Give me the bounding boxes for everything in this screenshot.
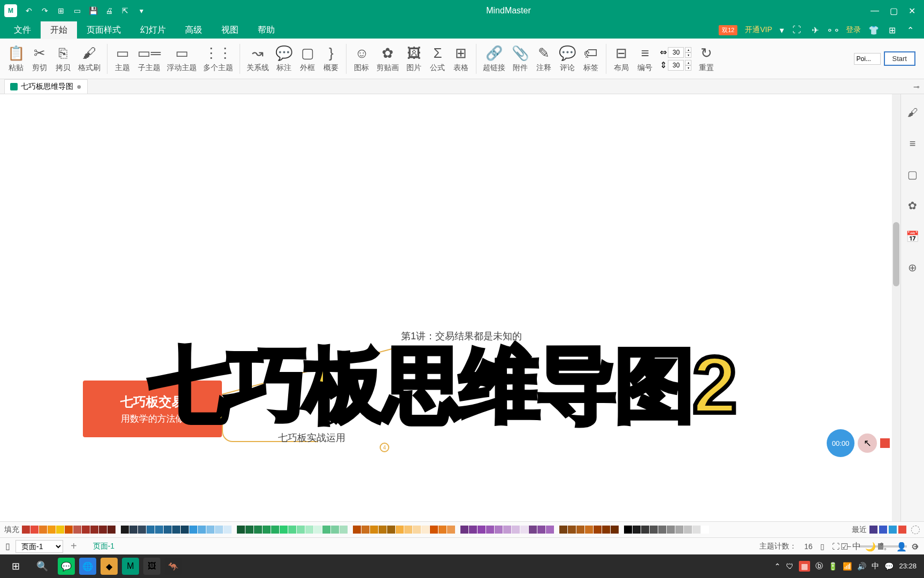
color-swatch[interactable] <box>641 526 649 534</box>
color-swatch[interactable] <box>73 526 81 534</box>
v-spacing-up[interactable]: ▴ <box>685 60 691 65</box>
open-button[interactable]: ▭ <box>72 5 82 16</box>
document-tab[interactable]: 七巧板思维导图 ● <box>4 79 88 94</box>
fit-width-button[interactable]: ⛶ <box>832 542 840 551</box>
topic-button[interactable]: ▭主题 <box>111 43 134 75</box>
hyperlink-button[interactable]: 🔗超链接 <box>480 43 509 75</box>
color-swatch[interactable] <box>387 526 395 534</box>
color-swatch[interactable] <box>198 526 206 534</box>
pointer-input[interactable] <box>854 53 881 65</box>
color-swatch[interactable] <box>486 526 494 534</box>
color-swatch[interactable] <box>271 526 279 534</box>
copy-button[interactable]: ⎘拷贝 <box>51 43 75 75</box>
note-button[interactable]: ✎注释 <box>532 43 556 75</box>
numbering-button[interactable]: ≡编号 <box>633 43 657 75</box>
color-swatch[interactable] <box>438 526 446 534</box>
v-spacing-spinner[interactable]: ⇕ ▴▾ <box>660 60 691 71</box>
add-page-button[interactable]: + <box>71 540 77 552</box>
tag-button[interactable]: 🏷标签 <box>579 43 603 75</box>
task-panel-button[interactable]: 📅 <box>905 229 920 244</box>
color-swatch[interactable] <box>129 526 137 534</box>
color-swatch[interactable] <box>331 526 339 534</box>
clipart-panel-button[interactable]: ✿ <box>905 198 920 213</box>
vertical-scrollbar[interactable] <box>892 94 900 521</box>
float-moon-icon[interactable]: 🌙 <box>865 542 876 552</box>
color-swatch[interactable] <box>181 526 189 534</box>
clipart-button[interactable]: ✿剪贴画 <box>373 43 402 75</box>
color-swatch[interactable] <box>65 526 73 534</box>
redo-button[interactable]: ↷ <box>40 5 50 16</box>
close-button[interactable]: ✕ <box>908 6 915 16</box>
color-swatch[interactable] <box>22 526 30 534</box>
vip-dropdown-icon[interactable]: ▾ <box>780 25 784 35</box>
tray-bluetooth-icon[interactable]: ⓑ <box>815 561 823 571</box>
color-swatch[interactable] <box>280 526 288 534</box>
color-swatch[interactable] <box>503 526 511 534</box>
fullscreen-icon[interactable]: ⛶ <box>791 25 802 35</box>
color-swatch[interactable] <box>611 526 619 534</box>
app-6[interactable]: 🦘 <box>165 558 182 575</box>
taskbar-clock[interactable]: 23:28 <box>899 562 917 571</box>
pin-button[interactable]: ⊸ <box>913 82 920 91</box>
color-swatch[interactable] <box>667 526 675 534</box>
format-painter-button[interactable]: 🖌格式刷 <box>75 43 104 75</box>
tray-expand-icon[interactable]: ⌃ <box>774 562 781 571</box>
color-swatch[interactable] <box>568 526 576 534</box>
tray-battery-icon[interactable]: 🔋 <box>828 562 837 571</box>
paste-button[interactable]: 📋粘贴 <box>4 43 28 75</box>
color-swatch[interactable] <box>421 526 429 534</box>
formula-button[interactable]: Σ公式 <box>426 43 449 75</box>
page-tab-label[interactable]: 页面-1 <box>93 542 114 551</box>
layout-button[interactable]: ⊟布局 <box>610 43 633 75</box>
save-button[interactable]: 💾 <box>88 5 98 16</box>
icon-panel-button[interactable]: ▢ <box>905 167 920 182</box>
color-swatch[interactable] <box>172 526 180 534</box>
floating-topic-button[interactable]: ▭浮动主题 <box>164 43 200 75</box>
color-swatch[interactable] <box>164 526 172 534</box>
color-swatch[interactable] <box>305 526 313 534</box>
attachment-button[interactable]: 📎附件 <box>509 43 532 75</box>
color-swatch[interactable] <box>546 526 554 534</box>
color-swatch[interactable] <box>684 526 692 534</box>
wechat-app[interactable]: 💬 <box>58 558 75 575</box>
color-swatch[interactable] <box>520 526 528 534</box>
color-swatch[interactable] <box>189 526 197 534</box>
color-swatch[interactable] <box>353 526 361 534</box>
app-3[interactable]: ◆ <box>101 558 118 575</box>
color-swatch[interactable] <box>396 526 404 534</box>
format-panel-button[interactable]: 🖌 <box>905 105 920 120</box>
subtopic-button[interactable]: ▭═子主题 <box>134 43 164 75</box>
login-link[interactable]: 登录 <box>846 25 861 35</box>
canvas[interactable]: 七巧板交易 用数学的方法做 第1讲：交易结果都是未知的 七巧板实战运用 4 七巧… <box>0 94 900 521</box>
apps-icon[interactable]: ⊞ <box>887 25 897 35</box>
v-spacing-input[interactable] <box>668 60 684 71</box>
color-swatch[interactable] <box>297 526 305 534</box>
color-swatch[interactable] <box>559 526 567 534</box>
color-swatch[interactable] <box>237 526 245 534</box>
color-swatch[interactable] <box>361 526 369 534</box>
fit-page-button[interactable]: ▯ <box>820 542 825 551</box>
tray-wifi-icon[interactable]: 📶 <box>843 562 852 571</box>
color-swatch[interactable] <box>495 526 503 534</box>
export-button[interactable]: ⇱ <box>120 5 130 16</box>
color-swatch[interactable] <box>147 526 155 534</box>
color-swatch[interactable] <box>675 526 683 534</box>
color-swatch[interactable] <box>624 526 632 534</box>
color-swatch[interactable] <box>469 526 477 534</box>
qat-more-button[interactable]: ▾ <box>136 5 147 16</box>
color-swatch[interactable] <box>340 526 348 534</box>
h-spacing-up[interactable]: ▴ <box>685 47 691 52</box>
color-swatch[interactable] <box>692 526 700 534</box>
color-swatch[interactable] <box>594 526 602 534</box>
color-swatch[interactable] <box>288 526 296 534</box>
scrollbar-thumb[interactable] <box>893 222 899 286</box>
h-spacing-spinner[interactable]: ⇔ ▴▾ <box>660 47 691 58</box>
mindmaster-app[interactable]: M <box>122 558 139 575</box>
callout-button[interactable]: 💬标注 <box>272 43 296 75</box>
collapse-ribbon-icon[interactable]: ⌃ <box>905 25 915 35</box>
vip-link[interactable]: 开通VIP <box>745 25 772 35</box>
recent-color-4[interactable] <box>898 526 906 534</box>
tray-volume-icon[interactable]: 🔊 <box>857 562 866 571</box>
color-swatch[interactable] <box>314 526 322 534</box>
float-user-icon[interactable]: 👤 <box>896 542 907 552</box>
